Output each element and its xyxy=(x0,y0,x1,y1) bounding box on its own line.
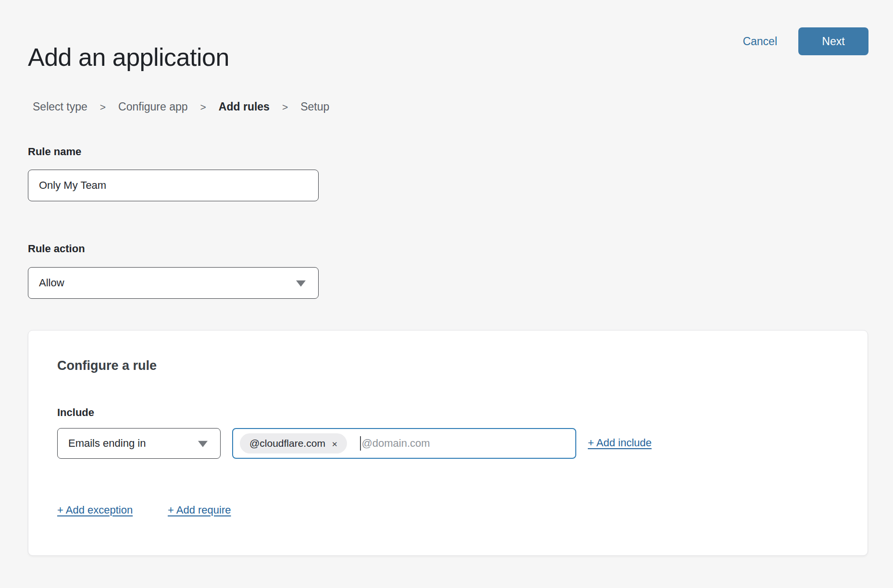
step-setup[interactable]: Setup xyxy=(300,100,329,113)
add-include-link[interactable]: + Add include xyxy=(588,437,652,449)
breadcrumb-separator: > xyxy=(100,101,106,113)
email-tag-label: @cloudflare.com xyxy=(249,438,325,449)
email-tag: @cloudflare.com ✕ xyxy=(240,433,347,453)
rule-action-value: Allow xyxy=(39,277,64,289)
chevron-down-icon xyxy=(296,281,306,287)
add-application-page: Add an application Cancel Next Select ty… xyxy=(0,0,893,588)
breadcrumb-separator: > xyxy=(200,101,206,113)
add-exception-link[interactable]: + Add exception xyxy=(57,504,133,516)
step-select-type[interactable]: Select type xyxy=(33,100,87,113)
next-button[interactable]: Next xyxy=(798,27,868,55)
add-require-link[interactable]: + Add require xyxy=(168,504,231,516)
configure-rule-card: Configure a rule Include Emails ending i… xyxy=(28,330,868,556)
include-selector-value: Emails ending in xyxy=(68,437,146,450)
breadcrumb: Select type > Configure app > Add rules … xyxy=(33,100,329,113)
rule-action-label: Rule action xyxy=(28,243,85,255)
step-configure-app[interactable]: Configure app xyxy=(118,100,188,113)
remove-tag-icon[interactable]: ✕ xyxy=(332,440,338,448)
rule-name-input[interactable] xyxy=(28,170,319,201)
email-domain-input[interactable]: @cloudflare.com ✕ @domain.com xyxy=(232,428,576,459)
header-actions: Cancel Next xyxy=(743,27,868,55)
chevron-down-icon xyxy=(198,441,208,447)
page-title: Add an application xyxy=(28,42,229,73)
include-selector[interactable]: Emails ending in xyxy=(57,428,221,459)
rule-action-select[interactable]: Allow xyxy=(28,267,319,299)
include-label: Include xyxy=(57,406,94,419)
breadcrumb-separator: > xyxy=(282,101,288,113)
step-add-rules[interactable]: Add rules xyxy=(219,100,270,113)
email-domain-placeholder: @domain.com xyxy=(361,437,430,450)
rule-name-label: Rule name xyxy=(28,146,81,158)
card-title: Configure a rule xyxy=(57,358,157,373)
text-caret xyxy=(360,436,361,451)
cancel-button[interactable]: Cancel xyxy=(743,35,777,48)
